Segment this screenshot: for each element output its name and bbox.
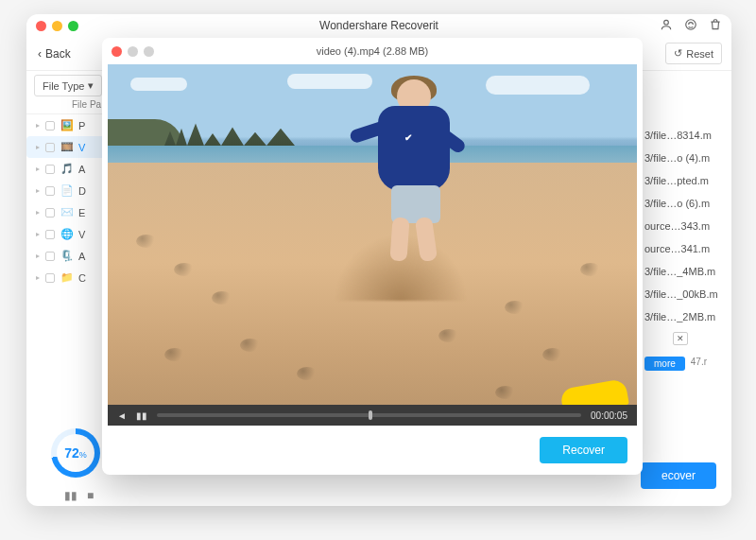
close-tooltip-button[interactable]: ✕ — [673, 332, 688, 345]
file-path-cell[interactable]: 3/file…_4MB.m — [644, 260, 726, 283]
back-button[interactable]: ‹ Back — [32, 45, 77, 62]
preview-titlebar: video (4).mp4 (2.88 MB) — [102, 38, 643, 64]
expand-icon[interactable]: ▸ — [36, 273, 40, 282]
checkbox[interactable] — [45, 273, 55, 283]
file-path-cell[interactable]: 3/file…_2MB.m — [644, 305, 726, 328]
checkbox[interactable] — [45, 252, 55, 261]
filetype-label: File Type — [43, 80, 84, 92]
file-path-cell[interactable]: 3/file…8314.m — [644, 124, 726, 147]
sidebar-item-label: A — [78, 251, 85, 262]
preview-window: video (4).mp4 (2.88 MB) — [102, 38, 643, 475]
expand-icon[interactable]: ▸ — [36, 252, 40, 260]
checkbox[interactable] — [45, 230, 55, 239]
close-preview-icon[interactable] — [112, 46, 122, 57]
minimize-preview-icon[interactable] — [128, 46, 138, 57]
preview-traffic-lights — [112, 46, 154, 57]
user-icon[interactable] — [660, 18, 673, 34]
checkbox[interactable] — [45, 143, 55, 152]
seek-thumb[interactable] — [369, 410, 372, 420]
trash-icon[interactable] — [709, 18, 722, 34]
zoom-preview-icon[interactable] — [144, 46, 154, 57]
preview-footer: Recover — [102, 426, 643, 475]
stop-scan-button[interactable]: ■ — [87, 489, 94, 502]
audio-icon: 🎵 — [60, 163, 73, 175]
file-path-cell[interactable]: 3/file…o (6).m — [644, 192, 726, 215]
archive-icon: 🗜️ — [60, 250, 73, 262]
titlebar: Wondershare Recoverit — [26, 14, 731, 37]
seek-track[interactable] — [157, 413, 581, 417]
video-frame[interactable]: ✔ ◄ ▮▮ 00:00:05 — [108, 64, 637, 426]
sidebar-item-label: E — [78, 207, 85, 218]
file-type-dropdown[interactable]: File Type ▾ — [34, 75, 102, 96]
sidebar-item-label: V — [78, 142, 85, 153]
chevron-left-icon: ‹ — [38, 47, 42, 61]
checkbox[interactable] — [45, 208, 55, 218]
scan-progress: 72% — [51, 428, 100, 478]
checkbox[interactable] — [45, 121, 55, 131]
chevron-down-icon: ▾ — [88, 79, 94, 92]
progress-percent: 72 — [64, 445, 79, 461]
sidebar-item-label: C — [78, 272, 86, 284]
file-path-cell[interactable]: ource…341.m — [644, 237, 726, 260]
back-label: Back — [45, 47, 71, 61]
expand-icon[interactable]: ▸ — [36, 165, 40, 173]
show-more-button[interactable]: more — [644, 357, 685, 371]
expand-icon[interactable]: ▸ — [36, 186, 40, 195]
expand-icon[interactable]: ▸ — [36, 121, 40, 130]
file-path-cell[interactable]: 3/file…pted.m — [644, 169, 726, 192]
pause-button[interactable]: ▮▮ — [136, 410, 147, 421]
video-icon: 🎞️ — [60, 141, 73, 153]
email-icon: ✉️ — [60, 206, 73, 218]
reset-icon: ↺ — [674, 47, 682, 60]
sidebar-item-label: D — [78, 185, 86, 197]
recover-button-main[interactable]: ecover — [641, 462, 716, 489]
trees — [164, 121, 306, 146]
child-figure: ✔ — [350, 79, 463, 278]
other-icon: 📁 — [60, 271, 73, 284]
file-path-cell[interactable]: 3/file…o (4).m — [644, 147, 726, 169]
timecode: 00:00:05 — [591, 410, 627, 421]
checkbox[interactable] — [45, 165, 55, 174]
mute-button[interactable]: ◄ — [117, 410, 127, 421]
support-icon[interactable] — [684, 18, 697, 34]
progress-suffix: % — [79, 450, 87, 460]
sidebar-item-label: P — [78, 120, 85, 131]
video-area: ✔ ◄ ▮▮ 00:00:05 — [108, 64, 637, 426]
sidebar-item-label: V — [78, 229, 85, 240]
close-window-icon[interactable] — [36, 21, 46, 31]
expand-icon[interactable]: ▸ — [36, 230, 40, 238]
file-path-column: 3/file…8314.m3/file…o (4).m3/file…pted.m… — [644, 118, 726, 376]
recover-button-preview[interactable]: Recover — [540, 437, 627, 463]
app-title: Wondershare Recoverit — [26, 19, 731, 32]
minimize-window-icon[interactable] — [52, 21, 62, 31]
web-icon: 🌐 — [60, 228, 73, 240]
reset-label: Reset — [686, 48, 713, 60]
zoom-window-icon[interactable] — [68, 21, 78, 31]
document-icon: 📄 — [60, 184, 73, 197]
svg-point-0 — [664, 20, 669, 25]
preview-title: video (4).mp4 (2.88 MB) — [102, 45, 643, 57]
expand-icon[interactable]: ▸ — [36, 143, 40, 151]
reset-button[interactable]: ↺ Reset — [665, 43, 722, 64]
photo-icon: 🖼️ — [60, 119, 73, 131]
traffic-lights — [36, 21, 78, 31]
expand-icon[interactable]: ▸ — [36, 208, 40, 217]
last-size-label: 47.r — [691, 357, 707, 367]
sidebar-item-label: A — [78, 164, 85, 175]
scan-controls: ▮▮ ■ — [64, 489, 94, 502]
file-path-cell[interactable]: ource…343.m — [644, 215, 726, 237]
file-path-cell[interactable]: 3/file…_00kB.m — [644, 283, 726, 305]
pause-scan-button[interactable]: ▮▮ — [64, 489, 77, 502]
video-controls: ◄ ▮▮ 00:00:05 — [108, 405, 637, 426]
checkbox[interactable] — [45, 186, 55, 196]
